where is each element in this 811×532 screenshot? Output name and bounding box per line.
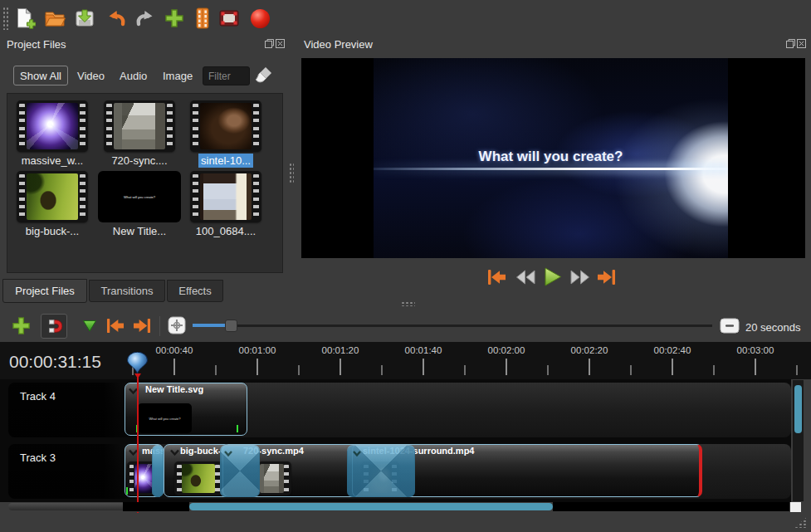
add-track-button[interactable] [11, 315, 32, 339]
clip-marker-green [237, 425, 238, 432]
clip-title: big-buck- [180, 446, 222, 456]
timeline-vscrollbar[interactable] [793, 380, 804, 501]
video-preview-title: Video Preview [304, 38, 373, 51]
file-thumbnail-newtitle[interactable]: What will you create? [98, 171, 181, 222]
thumb-art [114, 103, 165, 149]
clear-filter-brush-icon[interactable] [255, 66, 273, 88]
playhead-line[interactable] [137, 375, 139, 513]
file-thumbnail-bigbuck[interactable] [17, 171, 88, 222]
filter-input[interactable]: Filter [203, 66, 250, 85]
filter-placeholder: Filter [208, 71, 231, 82]
jump-to-start-button[interactable] [486, 268, 508, 289]
next-marker-button[interactable] [131, 317, 153, 337]
clip-marker-green [126, 487, 128, 495]
film-holes [167, 104, 173, 149]
film-holes [253, 174, 259, 219]
file-name: massive_w... [22, 154, 83, 167]
ruler-minor-ticks [132, 365, 806, 375]
tab-label: Transitions [100, 285, 153, 297]
timeline-toolbar: 20 seconds [0, 310, 811, 342]
filter-tab-show-all[interactable]: Show All [13, 66, 68, 85]
filter-tab-audio[interactable]: Audio [120, 70, 147, 82]
file-thumbnail-sintel[interactable] [190, 100, 261, 152]
openshot-window: Project Files Show All Video Audio Image… [0, 0, 811, 532]
transition-3[interactable] [347, 445, 415, 497]
thumb-art [27, 103, 78, 149]
center-playhead-button[interactable] [168, 316, 186, 337]
transition-menu-chevron-icon[interactable] [352, 447, 362, 460]
video-label: Video [77, 70, 105, 82]
hscroll-handle[interactable] [189, 503, 553, 510]
vertical-splitter-handle[interactable] [289, 163, 294, 184]
horizontal-splitter-handle[interactable] [401, 301, 415, 306]
snapping-toggle-button[interactable] [41, 314, 67, 339]
redo-button[interactable] [134, 7, 157, 30]
save-project-button[interactable] [73, 7, 96, 30]
fast-forward-button[interactable] [569, 270, 590, 287]
file-label-sintel[interactable]: sintel-10... [182, 154, 270, 167]
transition-1[interactable] [152, 445, 164, 497]
rewind-button[interactable] [515, 270, 536, 287]
thumb-art [200, 173, 252, 220]
video-preview-close-icon[interactable] [796, 38, 806, 48]
new-project-button[interactable] [13, 7, 37, 30]
record-button[interactable] [248, 7, 271, 30]
film-holes [19, 104, 25, 149]
file-label-bigbuck[interactable]: big-buck-... [8, 225, 96, 237]
filter-tab-video[interactable]: Video [77, 70, 105, 82]
undo-button[interactable] [105, 7, 128, 30]
previous-marker-button[interactable] [105, 317, 126, 337]
zoom-slider-track[interactable] [193, 325, 712, 327]
video-preview-float-icon[interactable] [785, 38, 795, 48]
project-files-close-icon[interactable] [275, 38, 285, 48]
transition-2[interactable] [220, 445, 260, 497]
file-label-newtitle[interactable]: New Title... [95, 225, 183, 237]
open-project-button[interactable] [43, 7, 66, 30]
file-thumbnail-100-0684[interactable] [190, 171, 261, 222]
clip-menu-chevron-icon[interactable] [169, 447, 180, 459]
track-3-row[interactable]: Track 3 massive_w big-buck- 720-sync.mp4… [8, 444, 791, 499]
add-marker-button[interactable] [81, 319, 98, 335]
timeline-hscrollbar[interactable] [0, 502, 791, 512]
choose-profile-button[interactable] [191, 7, 214, 30]
film-holes [129, 465, 134, 492]
file-label-720sync[interactable]: 720-sync.... [95, 154, 183, 167]
jump-to-end-button[interactable] [595, 268, 618, 289]
export-video-button[interactable] [217, 7, 241, 30]
clip-new-title[interactable]: New Title.svg What will you create? [125, 383, 247, 436]
tab-label: Effects [178, 285, 212, 297]
video-preview-frame[interactable]: What will you create? [301, 58, 805, 258]
transition-menu-chevron-icon[interactable] [223, 447, 233, 460]
toolbar-drag-handle[interactable] [2, 7, 10, 30]
clip-title: New Title.svg [145, 384, 203, 394]
timeline-ruler[interactable]: 00:00:31:15 00:00:40 00:01:00 00:01:20 0… [0, 342, 811, 379]
project-files-float-icon[interactable] [264, 38, 274, 48]
file-name: New Title... [113, 225, 166, 237]
file-label-massive[interactable]: massive_w... [8, 154, 96, 167]
zoom-out-button[interactable] [720, 318, 740, 336]
hscroll-left-cap [8, 503, 123, 510]
file-label-100-0684[interactable]: 100_0684.... [182, 225, 270, 237]
dock-tab-project-files[interactable]: Project Files [2, 279, 87, 303]
film-holes [80, 104, 85, 149]
thumb-art [200, 103, 252, 149]
thumb-art [182, 464, 215, 493]
file-name: sintel-10... [198, 154, 253, 168]
hscroll-grip[interactable] [790, 502, 801, 512]
ruler-label: 00:02:00 [473, 345, 540, 355]
track-4-row[interactable]: Track 4 New Title.svg What will you crea… [8, 383, 791, 437]
main-toolbar [0, 0, 811, 35]
ruler-label: 00:00:40 [141, 345, 208, 355]
zoom-slider-handle[interactable] [225, 320, 237, 332]
window-resize-grip[interactable] [794, 516, 808, 528]
dock-tab-transitions[interactable]: Transitions [89, 280, 165, 302]
vscroll-handle[interactable] [794, 385, 802, 433]
dock-tab-effects[interactable]: Effects [167, 280, 223, 302]
play-button[interactable] [542, 266, 563, 290]
import-files-button[interactable] [163, 7, 186, 30]
filter-tab-image[interactable]: Image [163, 70, 193, 82]
file-thumbnail-massive[interactable] [17, 100, 88, 152]
clip-thumbnail [258, 461, 291, 495]
file-thumbnail-720sync[interactable] [104, 100, 175, 152]
film-holes [193, 174, 198, 219]
